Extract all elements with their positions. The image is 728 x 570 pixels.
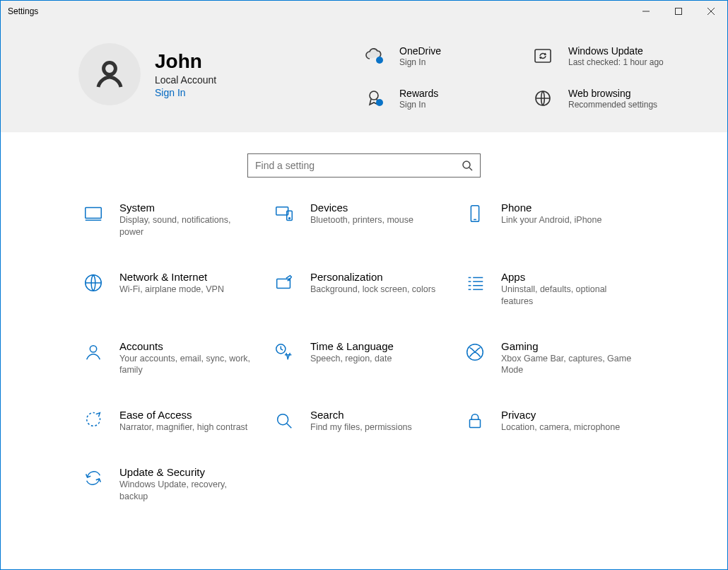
devices-icon: [272, 202, 296, 226]
hero-tiles: OneDrive Sign In Windows Update Last che…: [361, 43, 678, 111]
category-title: Ease of Access: [119, 409, 247, 421]
account-name: John: [155, 50, 216, 73]
hero-tile-rewards[interactable]: Rewards Sign In: [361, 86, 509, 111]
category-title: Gaming: [501, 340, 635, 352]
category-desc: Uninstall, defaults, optional features: [501, 284, 635, 308]
search-icon: [462, 160, 473, 171]
category-title: Devices: [310, 202, 413, 214]
apps-icon: [463, 271, 487, 295]
hero-tile-windows-update[interactable]: Windows Update Last checked: 1 hour ago: [530, 43, 678, 69]
category-desc: Wi-Fi, airplane mode, VPN: [119, 284, 224, 296]
hero-tile-subtitle: Recommended settings: [568, 100, 657, 110]
svg-point-5: [376, 57, 383, 64]
category-desc: Find my files, permissions: [310, 421, 412, 434]
hero-tile-subtitle: Last checked: 1 hour ago: [568, 57, 664, 67]
phone-icon: [463, 202, 487, 226]
svg-point-10: [463, 161, 470, 168]
search-box[interactable]: [247, 153, 481, 178]
category-desc: Display, sound, notifications, power: [119, 214, 254, 238]
hero-tile-onedrive[interactable]: OneDrive Sign In: [361, 43, 509, 69]
window-controls: [630, 1, 727, 22]
close-button[interactable]: [695, 1, 727, 22]
category-system[interactable]: System Display, sound, notifications, po…: [81, 202, 265, 238]
svg-rect-34: [470, 419, 481, 427]
account-text: John Local Account Sign In: [155, 50, 216, 98]
category-title: Phone: [501, 202, 601, 214]
hero-section: John Local Account Sign In OneDrive Sign…: [1, 22, 727, 132]
minimize-button[interactable]: [630, 1, 662, 22]
svg-point-8: [376, 99, 383, 106]
hero-tile-title: Windows Update: [568, 45, 664, 57]
svg-point-32: [278, 414, 288, 425]
svg-rect-1: [676, 8, 682, 15]
hero-tile-subtitle: Sign In: [399, 100, 438, 110]
personalization-icon: [272, 271, 296, 295]
category-desc: Xbox Game Bar, captures, Game Mode: [501, 353, 635, 377]
accounts-icon: [81, 340, 105, 364]
main-scroll[interactable]: John Local Account Sign In OneDrive Sign…: [1, 22, 727, 569]
category-title: Search: [310, 409, 412, 421]
account-signin-link[interactable]: Sign In: [155, 87, 216, 98]
category-search[interactable]: Search Find my files, permissions: [272, 409, 456, 434]
category-personalization[interactable]: Personalization Background, lock screen,…: [272, 271, 456, 308]
category-title: System: [119, 202, 254, 214]
svg-rect-6: [535, 50, 551, 62]
svg-point-7: [370, 91, 378, 100]
network-icon: [81, 271, 105, 295]
category-desc: Speech, region, date: [310, 353, 394, 365]
category-network[interactable]: Network & Internet Wi-Fi, airplane mode,…: [81, 271, 265, 308]
categories-grid: System Display, sound, notifications, po…: [1, 202, 727, 545]
svg-point-16: [289, 218, 290, 219]
window-title: Settings: [8, 6, 38, 16]
search-input[interactable]: [255, 160, 462, 171]
titlebar: Settings: [1, 1, 727, 22]
globe-icon: [530, 86, 556, 111]
category-title: Network & Internet: [119, 271, 224, 283]
ease-of-access-icon: [81, 409, 105, 433]
search-category-icon: [272, 409, 296, 433]
hero-tile-subtitle: Sign In: [399, 57, 441, 67]
category-title: Update & Security: [119, 466, 254, 478]
category-title: Personalization: [310, 271, 435, 283]
privacy-icon: [463, 409, 487, 433]
hero-tile-title: Web browsing: [568, 88, 657, 99]
category-desc: Your accounts, email, sync, work, family: [119, 353, 254, 377]
system-icon: [81, 202, 105, 226]
svg-line-33: [287, 424, 292, 429]
svg-point-29: [90, 345, 96, 351]
user-icon: [93, 57, 127, 91]
category-privacy[interactable]: Privacy Location, camera, microphone: [463, 409, 647, 434]
category-ease-of-access[interactable]: Ease of Access Narrator, magnifier, high…: [81, 409, 265, 434]
category-title: Apps: [501, 271, 635, 283]
category-update-security[interactable]: Update & Security Windows Update, recove…: [81, 466, 265, 503]
update-icon: [530, 43, 556, 69]
gaming-icon: [463, 340, 487, 364]
maximize-button[interactable]: [662, 1, 695, 22]
category-desc: Windows Update, recovery, backup: [119, 479, 254, 503]
category-desc: Bluetooth, printers, mouse: [310, 214, 413, 226]
category-accounts[interactable]: Accounts Your accounts, email, sync, wor…: [81, 340, 265, 377]
search-row: [1, 153, 727, 178]
hero-tile-web-browsing[interactable]: Web browsing Recommended settings: [530, 86, 678, 111]
avatar: [78, 43, 141, 105]
category-desc: Link your Android, iPhone: [501, 214, 601, 226]
update-security-icon: [81, 466, 105, 490]
category-title: Accounts: [119, 340, 254, 352]
account-block[interactable]: John Local Account Sign In: [78, 43, 333, 105]
svg-line-11: [469, 168, 472, 170]
time-language-icon: [272, 340, 296, 364]
category-devices[interactable]: Devices Bluetooth, printers, mouse: [272, 202, 456, 238]
category-time-language[interactable]: Time & Language Speech, region, date: [272, 340, 456, 377]
category-desc: Background, lock screen, colors: [310, 284, 435, 296]
hero-tile-title: OneDrive: [399, 45, 441, 57]
account-type: Local Account: [155, 74, 216, 86]
category-gaming[interactable]: Gaming Xbox Game Bar, captures, Game Mod…: [463, 340, 647, 377]
category-title: Time & Language: [310, 340, 394, 352]
hero-tile-title: Rewards: [399, 88, 438, 99]
svg-rect-12: [86, 208, 102, 219]
category-desc: Narrator, magnifier, high contrast: [119, 421, 247, 434]
svg-point-4: [104, 63, 116, 75]
cloud-icon: [361, 43, 387, 69]
category-phone[interactable]: Phone Link your Android, iPhone: [463, 202, 647, 238]
category-apps[interactable]: Apps Uninstall, defaults, optional featu…: [463, 271, 647, 308]
